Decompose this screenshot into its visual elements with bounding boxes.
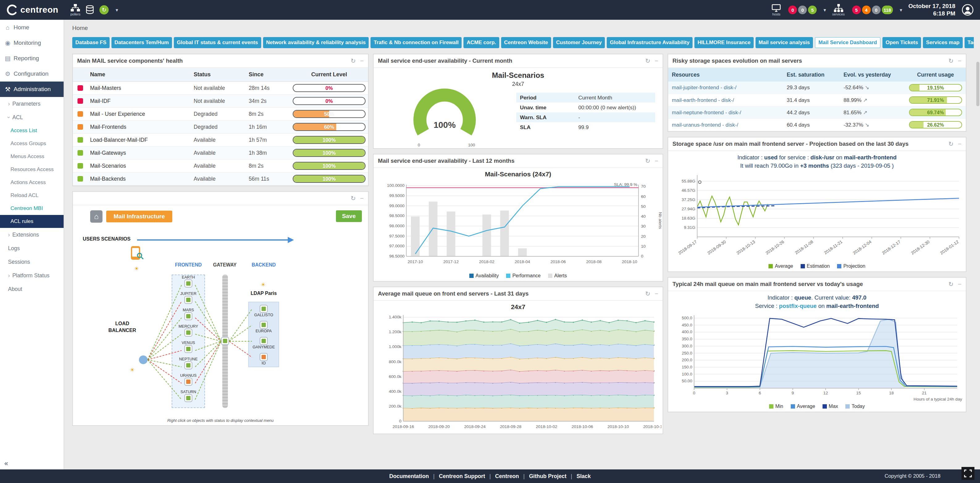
sidebar-item-centreon-mbi[interactable]: Centreon MBI [0,202,64,215]
refresh-icon[interactable]: ↻ [948,141,954,147]
chevron-down-icon[interactable]: ▾ [824,7,826,13]
tab-datacenters-tem-hum[interactable]: Datacenters Tem/Hum [111,37,172,48]
pollers-button[interactable]: pollers [70,4,80,16]
tab-trafic-nb-connection-on-firewall[interactable]: Trafic & Nb connection on Firewall [371,37,461,48]
tab-acme-corp[interactable]: ACME corp. [463,37,499,48]
infrastructure-title-button[interactable]: Mail Infrastructure [106,210,172,222]
user-avatar-icon[interactable] [961,4,974,16]
health-row[interactable]: Mail - User Experience Degraded 8m 2s 50… [73,107,368,120]
sidebar-item-extensions[interactable]: ›Extensions [0,228,64,241]
refresh-icon[interactable]: ↻ [351,195,356,201]
sidebar-item-actions-access[interactable]: Actions Access [0,176,64,189]
sidebar-item-configuration[interactable]: ⚙Configuration [0,66,64,81]
health-row[interactable]: Mail-Frontends Degraded 1h 16m 60% [73,120,368,134]
refresh-icon[interactable]: ↻ [948,281,954,287]
node-ganymede[interactable]: GANYMEDE [248,337,279,349]
tab-database-fs[interactable]: Database FS [72,37,110,48]
hosts-status-group[interactable]: hosts 005 ▾ [772,4,826,16]
status-badge[interactable]: 0 [872,6,881,14]
sidebar-item-reload-acl[interactable]: Reload ACL [0,189,64,202]
health-row[interactable]: Mail-Gateways Available 1h 38m 100% [73,147,368,159]
breadcrumb[interactable]: Home [72,25,88,32]
risky-row[interactable]: mail-uranus-frontend - disk-/ 60.4 days … [668,119,966,131]
sidebar-item-monitoring[interactable]: ◉Monitoring [0,35,64,51]
status-badge[interactable]: 4 [862,6,871,14]
refresh-icon[interactable]: ↻ [645,158,651,164]
minimize-icon[interactable]: − [655,291,658,297]
tab-global-infrastructure-availability[interactable]: Global Infrastructure Availability [607,37,692,48]
refresh-icon[interactable]: ↻ [351,58,356,64]
footer-link-github-project[interactable]: Github Project [529,473,566,480]
minimize-icon[interactable]: − [958,58,961,64]
node-gallisto[interactable]: GALLISTO [248,305,279,317]
risky-row[interactable]: mail-jupiter-frontend - disk-/ 29.3 days… [668,81,966,94]
sidebar-item-reporting[interactable]: ▤Reporting [0,51,64,66]
node-jupiter[interactable]: JUPITER [172,292,205,304]
home-icon[interactable]: ⌂ [90,210,102,223]
sidebar-item-acl[interactable]: ›ACL [0,110,64,124]
footer-link-centreon-support[interactable]: Centreon Support [439,473,485,480]
minimize-icon[interactable]: − [655,58,658,64]
node-saturn[interactable]: SATURN [172,390,205,402]
status-badge[interactable]: 0 [798,6,807,14]
load-balancer-node[interactable] [139,355,148,364]
refresh-icon[interactable]: ↻ [645,291,651,297]
node-uranus[interactable]: URANUS [172,373,205,386]
status-badge[interactable]: 118 [882,6,893,14]
sidebar-item-menus-access[interactable]: Menus Access [0,150,64,163]
fullscreen-button[interactable] [961,467,974,480]
sidebar-item-platform-status[interactable]: ›Platform Status [0,269,64,282]
footer-link-slack[interactable]: Slack [576,473,591,480]
status-badge[interactable]: 5 [808,6,817,14]
status-badge[interactable]: 0 [788,6,797,14]
node-neptune[interactable]: NEPTUNE [172,357,205,369]
chevron-down-icon[interactable]: ▾ [116,7,118,13]
tab-centreon-website[interactable]: Centreon Website [501,37,551,48]
poller-ok-button[interactable]: ↻ [99,5,109,14]
tab-tactical-overview[interactable]: Tactical Overview [964,37,974,48]
sidebar-item-resources-access[interactable]: Resources Access [0,163,64,176]
health-row[interactable]: Mail-IDF Not available 34m 2s 0% [73,94,368,107]
sidebar-item-administration[interactable]: ⚒Administration [0,81,64,97]
sidebar-item-access-list[interactable]: Access List [0,124,64,137]
refresh-icon[interactable]: ↻ [948,58,954,64]
refresh-icon[interactable]: ↻ [645,58,651,64]
status-badge[interactable]: 5 [852,6,861,14]
centreon-logo[interactable]: centreon [0,4,64,16]
minimize-icon[interactable]: − [655,158,658,164]
health-row[interactable]: Mail-Backends Available 56m 11s 100% [73,172,368,185]
node-gateway[interactable] [221,337,229,345]
sidebar-item-about[interactable]: About [0,282,64,296]
minimize-icon[interactable]: − [958,141,961,147]
node-venus[interactable]: VENUS [172,341,205,353]
sidebar-item-sessions[interactable]: Sessions [0,255,64,269]
sidebar-item-acl-rules[interactable]: ACL rules [0,215,64,228]
risky-row[interactable]: mail-neptune-frontend - disk-/ 44.2 days… [668,106,966,119]
footer-link-documentation[interactable]: Documentation [389,473,429,480]
health-row[interactable]: Load-Balancer-Mail-IDF Available 1h 57m … [73,134,368,147]
health-row[interactable]: Mail-Masters Not available 28m 14s 0% [73,81,368,94]
tab-mail-service-analysis[interactable]: Mail service analysis [756,37,813,48]
tab-network-availability-reliability-analysis[interactable]: Network availability & reliability analy… [263,37,369,48]
sidebar-item-home[interactable]: ⌂Home [0,20,64,35]
tab-hillmore-insurance[interactable]: HILLMORE Insurance [694,37,754,48]
footer-link-centreon[interactable]: Centreon [495,473,519,480]
services-status-group[interactable]: services 540118 ▾ [832,4,902,16]
sidebar-item-access-groups[interactable]: Access Groups [0,137,64,150]
minimize-icon[interactable]: − [360,195,364,201]
save-button[interactable]: Save [336,210,362,222]
database-button[interactable] [86,5,94,14]
tab-customer-journey[interactable]: Customer Journey [553,37,605,48]
node-europa[interactable]: EUROPA [248,321,279,333]
tab-services-map[interactable]: Services map [923,37,963,48]
minimize-icon[interactable]: − [958,281,961,287]
sidebar-collapse-button[interactable]: « [4,459,8,467]
node-mars[interactable]: MARS [172,308,205,320]
sidebar-item-parameters[interactable]: ›Parameters [0,97,64,110]
tab-global-it-status-current-events[interactable]: Global IT status & current events [174,37,261,48]
tab-mail-service-dashboard[interactable]: Mail Service Dashboard [815,37,881,48]
scrollbar[interactable] [976,62,979,106]
chevron-down-icon[interactable]: ▾ [900,7,902,13]
node-mercury[interactable]: MERCURY [172,324,205,336]
risky-row[interactable]: mail-earth-frontend - disk-/ 31.4 days 8… [668,94,966,106]
